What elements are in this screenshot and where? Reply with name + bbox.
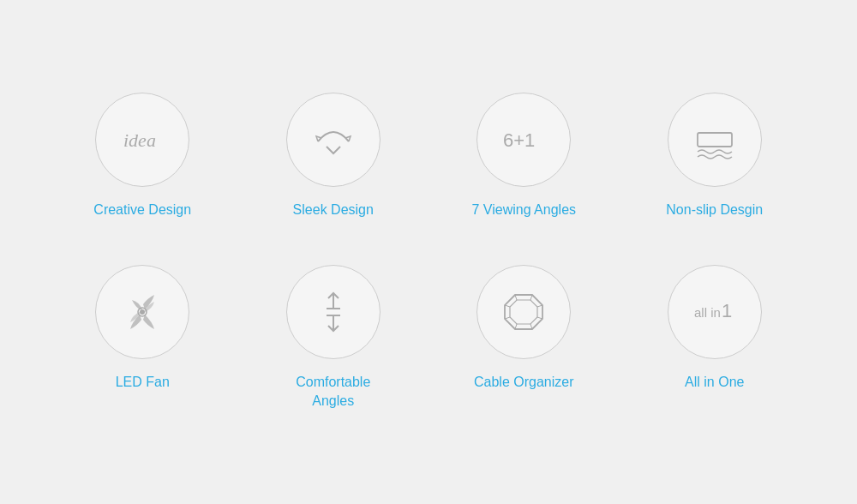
svg-marker-10	[510, 300, 537, 324]
feature-label-allinone: All in One	[685, 373, 744, 392]
feature-nonslip: Non-slip Desgin	[624, 93, 806, 239]
feature-cable-organizer: Cable Organizer	[433, 265, 615, 411]
svg-point-3	[140, 309, 145, 315]
feature-icon-circle-cable	[476, 265, 571, 359]
feature-icon-circle-allinone: all in 1	[668, 265, 762, 359]
feature-led-fan: LED Fan	[51, 265, 234, 411]
arrows-vertical-icon	[308, 286, 359, 338]
fan-icon	[117, 286, 168, 338]
feature-icon-circle-comfortable	[286, 265, 381, 359]
svg-line-13	[537, 305, 542, 307]
cable-icon	[498, 286, 549, 338]
feature-icon-circle-sleek	[286, 93, 381, 187]
svg-text:all in: all in	[694, 305, 721, 320]
feature-icon-circle-creative: idea	[95, 93, 189, 187]
feature-icon-circle-fan	[95, 265, 189, 359]
feature-label-angles: 7 Viewing Angles	[471, 201, 576, 219]
svg-rect-2	[698, 133, 732, 147]
arc-arrows-icon	[308, 114, 359, 165]
feature-icon-circle-nonslip	[668, 93, 762, 187]
svg-text:idea: idea	[123, 129, 156, 151]
allinone-icon: all in 1	[689, 286, 740, 338]
feature-label-sleek: Sleek Design	[293, 201, 374, 219]
feature-viewing-angles: 6+1 7 Viewing Angles	[433, 93, 615, 239]
6plus1-icon: 6+1	[498, 114, 549, 165]
feature-label-comfortable: Comfortable Angles	[296, 373, 370, 411]
feature-creative-design: idea Creative Design	[51, 93, 234, 239]
feature-icon-circle-angles: 6+1	[476, 93, 571, 187]
idea-icon: idea	[117, 114, 168, 165]
svg-line-14	[537, 317, 542, 319]
feature-sleek-design: Sleek Design	[243, 93, 425, 239]
svg-text:1: 1	[722, 300, 732, 321]
svg-line-17	[505, 317, 510, 319]
feature-label-creative: Creative Design	[93, 201, 191, 219]
feature-label-cable: Cable Organizer	[474, 373, 574, 392]
nonslip-icon	[689, 114, 740, 165]
svg-line-18	[505, 305, 510, 307]
feature-all-in-one: all in 1 All in One	[624, 265, 806, 411]
feature-label-nonslip: Non-slip Desgin	[666, 201, 763, 219]
svg-text:6+1: 6+1	[503, 129, 535, 151]
feature-comfortable-angles: Comfortable Angles	[243, 265, 425, 411]
feature-label-fan: LED Fan	[116, 373, 170, 392]
features-grid: idea Creative Design Sleek Design 6+1	[0, 58, 857, 446]
